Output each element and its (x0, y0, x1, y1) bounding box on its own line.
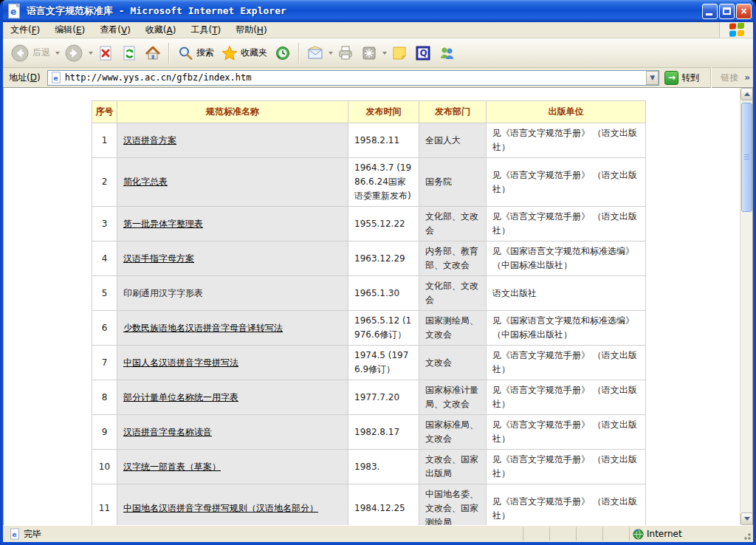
publish-dept-cell: 全国人大 (419, 123, 487, 158)
publisher-cell: 语文出版社 (487, 276, 646, 311)
messenger-button[interactable] (436, 43, 458, 64)
publish-dept-cell: 国家标准局、文改会 (419, 415, 487, 450)
vertical-scrollbar[interactable] (740, 88, 752, 525)
publish-dept-cell: 国家标准计量局、文改会 (419, 380, 487, 415)
q-launcher-icon: Q (415, 45, 431, 61)
publish-date-cell: 1983. (348, 450, 419, 484)
publisher-cell: 见《语言文字规范手册》 （语文出版社） (487, 484, 646, 526)
maximize-button[interactable] (719, 4, 735, 19)
menu-file[interactable]: 文件(F) (3, 22, 47, 38)
resize-grip[interactable] (741, 530, 752, 541)
table-row: 9汉语拼音字母名称读音1982.8.17国家标准局、文改会见《语言文字规范手册》… (92, 415, 646, 450)
table-row: 3第一批异体字整理表1955.12.22文化部、文改会见《语言文字规范手册》 （… (92, 207, 646, 241)
mail-dropdown-icon[interactable] (329, 52, 333, 55)
menu-tools[interactable]: 工具(T) (183, 22, 228, 38)
standard-link[interactable]: 中国人名汉语拼音字母拼写法 (123, 357, 238, 368)
edit-button[interactable] (358, 43, 380, 64)
notes-icon (391, 45, 408, 61)
standard-link[interactable]: 部分计量单位名称统一用字表 (123, 392, 238, 402)
menu-favorites[interactable]: 收藏(A) (138, 22, 184, 38)
security-zone-label: Internet (647, 529, 682, 539)
refresh-icon (121, 45, 137, 61)
status-page-icon: e (9, 528, 21, 540)
standard-link[interactable]: 第一批异体字整理表 (123, 219, 203, 229)
standard-link[interactable]: 简化字总表 (123, 176, 168, 187)
row-number-cell: 5 (92, 276, 117, 311)
publisher-cell: 见《语言文字规范手册》 （语文出版社） (487, 450, 646, 484)
scrollbar-thumb[interactable] (741, 103, 752, 212)
standard-name-cell: 汉语手指字母方案 (117, 241, 348, 276)
publisher-cell: 见《语言文字规范手册》 （语文出版社） (487, 346, 646, 380)
print-button[interactable] (334, 43, 357, 64)
history-button[interactable] (272, 43, 294, 64)
back-button[interactable]: 后退 (7, 41, 53, 65)
browser-window: e 语言文字规范标准库 - Microsoft Internet Explore… (0, 0, 756, 545)
mail-icon (307, 45, 323, 61)
publish-date-cell: 1964.3.7 (1986.6.24国家语委重新发布) (348, 158, 419, 207)
publish-dept-cell: 文化部、文改会 (419, 276, 487, 311)
column-header: 出版单位 (487, 101, 646, 123)
standard-name-text: 印刷通用汉字字形表 (123, 288, 203, 298)
standard-link[interactable]: 汉语拼音字母名称读音 (123, 427, 212, 437)
standard-toolbar: 后退 (3, 38, 753, 68)
standard-name-cell: 印刷通用汉字字形表 (117, 276, 348, 311)
standard-link[interactable]: 汉语拼音方案 (123, 135, 176, 145)
back-dropdown-icon[interactable] (55, 52, 60, 55)
publisher-cell: 见《语言文字规范手册》 （语文出版社） (487, 380, 646, 415)
menu-help[interactable]: 帮助(H) (228, 22, 274, 38)
links-chevron-icon[interactable]: » (744, 72, 750, 83)
history-clock-icon (275, 45, 291, 61)
standard-link[interactable]: 汉字统一部首表（草案） (123, 462, 221, 472)
standard-name-cell: 汉语拼音方案 (117, 123, 348, 158)
favorites-button[interactable]: 收藏夹 (219, 43, 270, 64)
address-input[interactable]: e http://www.yys.ac.cn/gfbz/index.htm ▼ (47, 70, 660, 86)
refresh-button[interactable] (118, 43, 140, 64)
status-text: 完毕 (24, 528, 41, 541)
favorites-star-icon (221, 45, 238, 61)
forward-dropdown-icon[interactable] (89, 52, 93, 55)
publish-date-cell: 1955.12.22 (348, 207, 419, 241)
page-favicon: e (50, 72, 62, 83)
minimize-button[interactable] (702, 4, 718, 19)
ie-window-icon: e (6, 3, 22, 19)
go-arrow-icon: → (664, 71, 678, 85)
table-header-row: 序号规范标准名称发布时间发布部门出版单位 (92, 101, 646, 123)
links-label[interactable]: 链接 (718, 72, 740, 84)
status-pane (523, 527, 548, 541)
standard-link[interactable]: 汉语手指字母方案 (123, 253, 194, 264)
menu-edit[interactable]: 编辑(E) (47, 22, 92, 38)
svg-text:e: e (12, 531, 16, 538)
address-dropdown-button[interactable]: ▼ (646, 71, 659, 85)
stop-button[interactable] (94, 43, 117, 64)
column-header: 发布部门 (419, 101, 487, 123)
standard-name-cell: 部分计量单位名称统一用字表 (117, 380, 348, 415)
standard-name-cell: 第一批异体字整理表 (117, 207, 348, 241)
scroll-up-button[interactable] (740, 88, 753, 100)
standard-name-cell: 少数民族语地名汉语拼音字母音译转写法 (117, 311, 348, 346)
publisher-cell: 见《国家语言文字规范和标准选编》 （中国标准出版社） (487, 241, 646, 276)
svg-text:e: e (53, 75, 58, 82)
standard-link[interactable]: 少数民族语地名汉语拼音字母音译转写法 (123, 323, 283, 333)
document-area: 序号规范标准名称发布时间发布部门出版单位1汉语拼音方案1958.2.11全国人大… (4, 88, 740, 525)
edit-dropdown-icon[interactable] (382, 52, 387, 55)
notes-button[interactable] (388, 43, 410, 64)
publish-dept-cell: 国务院 (419, 158, 487, 207)
scroll-down-button[interactable] (740, 513, 753, 525)
standard-link[interactable]: 中国地名汉语拼音字母拼写规则（汉语地名部分） (123, 503, 318, 513)
search-icon (177, 45, 193, 61)
mail-button[interactable] (304, 43, 326, 64)
row-number-cell: 10 (92, 450, 117, 484)
forward-button[interactable] (61, 41, 86, 65)
menu-view[interactable]: 查看(V) (92, 22, 138, 38)
toolbar-separator (298, 43, 300, 64)
close-button[interactable]: × (736, 4, 752, 19)
q-launcher-button[interactable]: Q (412, 43, 434, 64)
search-button[interactable]: 搜索 (174, 43, 217, 64)
back-icon (10, 44, 30, 63)
row-number-cell: 8 (92, 380, 117, 415)
go-button[interactable]: → 转到 (663, 70, 704, 86)
home-button[interactable] (142, 43, 164, 64)
table-row: 5印刷通用汉字字形表1965.1.30文化部、文改会语文出版社 (92, 276, 646, 311)
menu-bar: 文件(F) 编辑(E) 查看(V) 收藏(A) 工具(T) 帮助(H) (3, 22, 753, 38)
standard-name-cell: 中国地名汉语拼音字母拼写规则（汉语地名部分） (117, 484, 348, 526)
